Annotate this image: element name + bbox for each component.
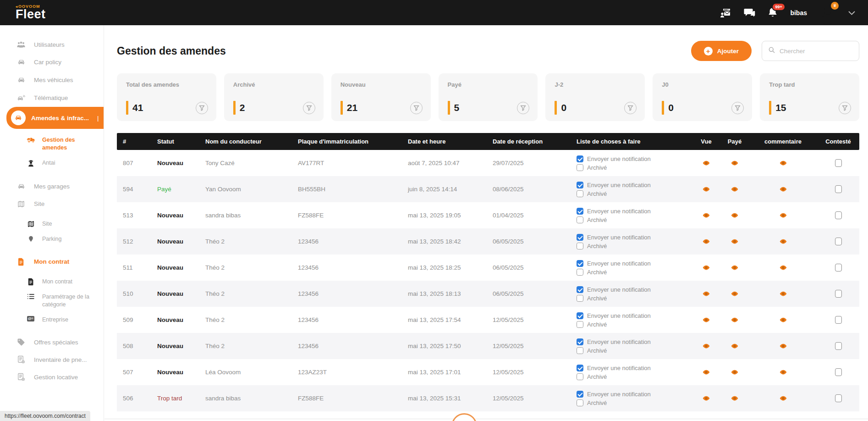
notify-row[interactable]: Envoyer une notification [577, 365, 692, 371]
chat-icon[interactable] [744, 8, 755, 18]
notify-checkbox[interactable] [577, 234, 583, 241]
archive-checkbox[interactable] [577, 373, 583, 380]
view-eye-icon[interactable] [702, 212, 710, 219]
archive-row[interactable]: Archivé [577, 216, 692, 223]
notify-checkbox[interactable] [577, 260, 583, 267]
view-eye-icon[interactable] [702, 369, 710, 376]
contested-checkbox[interactable] [835, 368, 842, 376]
paid-eye-icon[interactable] [731, 186, 739, 193]
archive-checkbox[interactable] [577, 347, 583, 354]
sidebar-item-inventaire-pneus[interactable]: Inventaire de pne... [0, 351, 104, 368]
table-row[interactable]: 506 Trop tard sandra bibas FZ588FE mai 1… [117, 385, 859, 411]
comment-eye-icon[interactable] [779, 316, 787, 323]
table-row[interactable]: 594 Payé Yan Oovoom BH555BH juin 8, 2025… [117, 176, 859, 202]
filter-funnel-icon[interactable] [196, 102, 208, 114]
archive-checkbox[interactable] [577, 321, 583, 328]
archive-checkbox[interactable] [577, 295, 583, 302]
comment-eye-icon[interactable] [779, 343, 787, 349]
view-eye-icon[interactable] [702, 290, 710, 297]
view-eye-icon[interactable] [702, 264, 710, 271]
sidebar-subitem-site[interactable]: Site [0, 216, 104, 232]
view-eye-icon[interactable] [702, 186, 710, 193]
notify-checkbox[interactable] [577, 338, 583, 345]
view-eye-icon[interactable] [702, 316, 710, 323]
archive-checkbox[interactable] [577, 243, 583, 249]
contested-checkbox[interactable] [835, 185, 842, 193]
sidebar-item-mes-vehicules[interactable]: Mes véhicules [0, 71, 104, 89]
sidebar-subitem-gestion-des-amendes[interactable]: Gestion des amendes [0, 133, 104, 155]
sidebar-item-mon-contrat[interactable]: Mon contrat [0, 253, 104, 271]
table-row[interactable]: 510 Nouveau Théo 2 123456 mai 13, 2025 1… [117, 281, 859, 307]
view-eye-icon[interactable] [702, 343, 710, 349]
notify-row[interactable]: Envoyer une notification [577, 234, 692, 241]
filter-funnel-icon[interactable] [517, 102, 529, 114]
notify-row[interactable]: Envoyer une notification [577, 155, 692, 162]
sidebar-subitem-mon-contrat[interactable]: Mon contrat [0, 274, 104, 289]
sidebar-item-site[interactable]: Site [0, 195, 104, 213]
archive-checkbox[interactable] [577, 269, 583, 276]
archive-checkbox[interactable] [577, 399, 583, 406]
comment-eye-icon[interactable] [779, 395, 787, 402]
filter-funnel-icon[interactable] [303, 102, 315, 114]
table-row[interactable]: 507 Nouveau Léa Oovoom 123AZ23T mai 13, … [117, 359, 859, 385]
search-input[interactable] [780, 48, 853, 55]
filter-funnel-icon[interactable] [624, 102, 637, 114]
search-box[interactable] [762, 41, 859, 61]
archive-row[interactable]: Archivé [577, 347, 692, 354]
paid-eye-icon[interactable] [731, 290, 739, 297]
notify-row[interactable]: Envoyer une notification [577, 182, 692, 188]
sidebar-item-mes-garages[interactable]: Mes garages [0, 177, 104, 195]
archive-row[interactable]: Archivé [577, 295, 692, 302]
archive-checkbox[interactable] [577, 190, 583, 197]
sidebar-item-gestion-locative[interactable]: Gestion locative [0, 368, 104, 386]
archive-row[interactable]: Archivé [577, 164, 692, 171]
notify-checkbox[interactable] [577, 286, 583, 293]
sidebar-subitem-entreprise[interactable]: @≡ Entreprise [0, 312, 104, 327]
archive-row[interactable]: Archivé [577, 190, 692, 197]
contact-mail-icon[interactable] [720, 8, 732, 18]
notify-row[interactable]: Envoyer une notification [577, 260, 692, 267]
table-row[interactable]: 807 Nouveau Tony Cazé AV177RT août 7, 20… [117, 150, 859, 176]
paid-eye-icon[interactable] [731, 160, 739, 166]
paid-eye-icon[interactable] [731, 395, 739, 402]
notify-checkbox[interactable] [577, 391, 583, 398]
notifications-bell-icon[interactable]: 99+ [767, 7, 778, 19]
notify-checkbox[interactable] [577, 312, 583, 319]
archive-checkbox[interactable] [577, 216, 583, 223]
contested-checkbox[interactable] [835, 394, 842, 402]
sidebar-subitem-parametrage-categorie[interactable]: Paramétrage de la catégorie [0, 289, 104, 312]
archive-row[interactable]: Archivé [577, 269, 692, 276]
paid-eye-icon[interactable] [731, 369, 739, 376]
archive-row[interactable]: Archivé [577, 243, 692, 249]
brand-logo[interactable]: OOVOOM Fleet [16, 5, 46, 21]
paid-eye-icon[interactable] [731, 238, 739, 245]
table-row[interactable]: 508 Nouveau Théo 2 123456 mai 13, 2025 1… [117, 333, 859, 359]
table-row[interactable]: 509 Nouveau Théo 2 123456 mai 13, 2025 1… [117, 307, 859, 333]
chevron-down-icon[interactable] [848, 9, 855, 17]
contested-checkbox[interactable] [835, 290, 842, 298]
comment-eye-icon[interactable] [779, 160, 787, 166]
contested-checkbox[interactable] [835, 159, 842, 167]
comment-eye-icon[interactable] [779, 186, 787, 193]
sidebar-item-offres-speciales[interactable]: Offres spéciales [0, 333, 104, 351]
notify-row[interactable]: Envoyer une notification [577, 391, 692, 398]
archive-row[interactable]: Archivé [577, 321, 692, 328]
archive-row[interactable]: Archivé [577, 373, 692, 380]
comment-eye-icon[interactable] [779, 238, 787, 245]
view-eye-icon[interactable] [702, 238, 710, 245]
table-row[interactable]: 513 Nouveau sandra bibas FZ588FE mai 13,… [117, 202, 859, 228]
notify-checkbox[interactable] [577, 182, 583, 188]
notify-row[interactable]: Envoyer une notification [577, 208, 692, 215]
view-eye-icon[interactable] [702, 395, 710, 402]
paid-eye-icon[interactable] [731, 316, 739, 323]
filter-funnel-icon[interactable] [731, 102, 744, 114]
notify-row[interactable]: Envoyer une notification [577, 286, 692, 293]
sidebar-item-amendes-infractions[interactable]: Amendes & infrac... | [6, 107, 104, 129]
comment-eye-icon[interactable] [779, 369, 787, 376]
paid-eye-icon[interactable] [731, 264, 739, 271]
load-more-button[interactable] [451, 413, 477, 421]
table-row[interactable]: 512 Nouveau Théo 2 123456 mai 13, 2025 1… [117, 228, 859, 255]
comment-eye-icon[interactable] [779, 212, 787, 219]
add-button[interactable]: + Ajouter [691, 41, 752, 61]
table-row[interactable]: 511 Nouveau Théo 2 123456 mai 13, 2025 1… [117, 255, 859, 281]
